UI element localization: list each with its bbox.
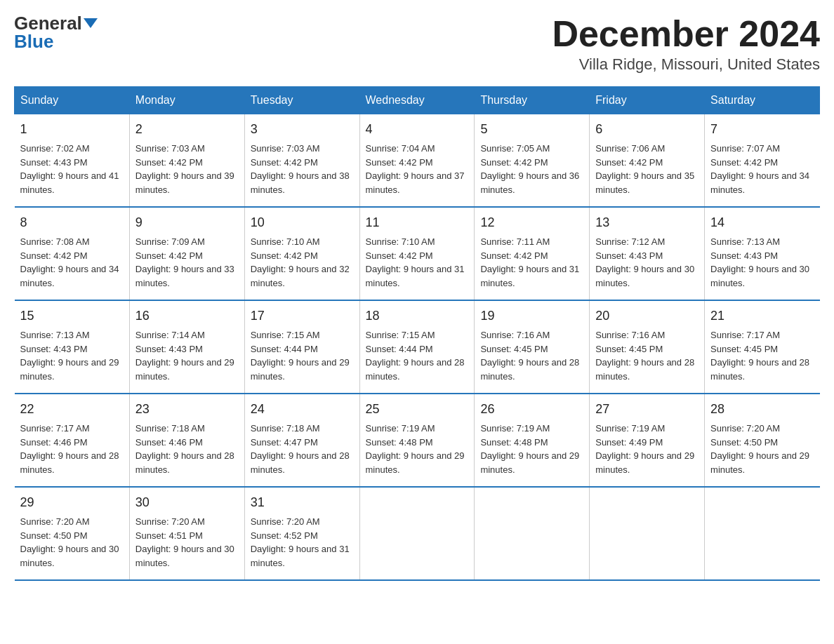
day-number: 7 <box>710 120 814 139</box>
day-number: 28 <box>710 400 814 419</box>
calendar-week-row: 29Sunrise: 7:20 AMSunset: 4:50 PMDayligh… <box>15 487 820 580</box>
day-number: 19 <box>480 307 583 326</box>
day-info: Sunrise: 7:16 AMSunset: 4:45 PMDaylight:… <box>480 330 579 382</box>
day-number: 14 <box>710 213 814 232</box>
day-info: Sunrise: 7:04 AMSunset: 4:42 PMDaylight:… <box>366 143 465 195</box>
day-info: Sunrise: 7:16 AMSunset: 4:45 PMDaylight:… <box>595 330 694 382</box>
day-number: 22 <box>20 400 124 419</box>
calendar-subtitle: Villa Ridge, Missouri, United States <box>552 55 820 74</box>
day-info: Sunrise: 7:10 AMSunset: 4:42 PMDaylight:… <box>251 236 350 288</box>
table-row: 14Sunrise: 7:13 AMSunset: 4:43 PMDayligh… <box>705 207 820 300</box>
table-row <box>590 487 705 580</box>
table-row: 12Sunrise: 7:11 AMSunset: 4:42 PMDayligh… <box>475 207 590 300</box>
table-row: 7Sunrise: 7:07 AMSunset: 4:42 PMDaylight… <box>705 114 820 208</box>
day-info: Sunrise: 7:18 AMSunset: 4:46 PMDaylight:… <box>135 423 234 475</box>
day-info: Sunrise: 7:17 AMSunset: 4:45 PMDaylight:… <box>710 330 809 382</box>
day-number: 31 <box>251 493 354 512</box>
day-number: 16 <box>135 307 239 326</box>
table-row: 26Sunrise: 7:19 AMSunset: 4:48 PMDayligh… <box>475 394 590 487</box>
day-number: 27 <box>595 400 699 419</box>
day-info: Sunrise: 7:20 AMSunset: 4:51 PMDaylight:… <box>135 516 234 568</box>
day-info: Sunrise: 7:06 AMSunset: 4:42 PMDaylight:… <box>595 143 694 195</box>
table-row: 29Sunrise: 7:20 AMSunset: 4:50 PMDayligh… <box>15 487 130 580</box>
table-row: 28Sunrise: 7:20 AMSunset: 4:50 PMDayligh… <box>705 394 820 487</box>
day-info: Sunrise: 7:03 AMSunset: 4:42 PMDaylight:… <box>251 143 350 195</box>
header-friday: Friday <box>590 87 705 114</box>
table-row: 10Sunrise: 7:10 AMSunset: 4:42 PMDayligh… <box>244 207 359 300</box>
header-tuesday: Tuesday <box>244 87 359 114</box>
day-info: Sunrise: 7:13 AMSunset: 4:43 PMDaylight:… <box>20 330 119 382</box>
table-row: 23Sunrise: 7:18 AMSunset: 4:46 PMDayligh… <box>129 394 244 487</box>
table-row: 3Sunrise: 7:03 AMSunset: 4:42 PMDaylight… <box>244 114 359 208</box>
header-wednesday: Wednesday <box>359 87 475 114</box>
day-number: 18 <box>366 307 469 326</box>
title-block: December 2024 Villa Ridge, Missouri, Uni… <box>552 14 820 74</box>
day-number: 12 <box>480 213 583 232</box>
logo-text-blue: Blue <box>14 32 53 51</box>
table-row: 24Sunrise: 7:18 AMSunset: 4:47 PMDayligh… <box>244 394 359 487</box>
header-sunday: Sunday <box>15 87 130 114</box>
day-info: Sunrise: 7:20 AMSunset: 4:52 PMDaylight:… <box>251 516 350 568</box>
table-row: 4Sunrise: 7:04 AMSunset: 4:42 PMDaylight… <box>359 114 475 208</box>
table-row: 15Sunrise: 7:13 AMSunset: 4:43 PMDayligh… <box>15 300 130 394</box>
table-row: 25Sunrise: 7:19 AMSunset: 4:48 PMDayligh… <box>359 394 475 487</box>
day-number: 8 <box>20 213 124 232</box>
table-row: 20Sunrise: 7:16 AMSunset: 4:45 PMDayligh… <box>590 300 705 394</box>
calendar-week-row: 22Sunrise: 7:17 AMSunset: 4:46 PMDayligh… <box>15 394 820 487</box>
day-number: 21 <box>710 307 814 326</box>
day-info: Sunrise: 7:11 AMSunset: 4:42 PMDaylight:… <box>480 236 579 288</box>
table-row: 30Sunrise: 7:20 AMSunset: 4:51 PMDayligh… <box>129 487 244 580</box>
day-number: 17 <box>251 307 354 326</box>
day-number: 23 <box>135 400 239 419</box>
day-number: 10 <box>251 213 354 232</box>
day-number: 2 <box>135 120 239 139</box>
table-row <box>475 487 590 580</box>
day-info: Sunrise: 7:17 AMSunset: 4:46 PMDaylight:… <box>20 423 119 475</box>
logo: General Blue <box>14 14 98 51</box>
day-info: Sunrise: 7:15 AMSunset: 4:44 PMDaylight:… <box>251 330 350 382</box>
table-row: 27Sunrise: 7:19 AMSunset: 4:49 PMDayligh… <box>590 394 705 487</box>
day-number: 13 <box>595 213 699 232</box>
day-number: 11 <box>366 213 469 232</box>
day-number: 15 <box>20 307 124 326</box>
day-number: 20 <box>595 307 699 326</box>
day-number: 24 <box>251 400 354 419</box>
day-info: Sunrise: 7:14 AMSunset: 4:43 PMDaylight:… <box>135 330 234 382</box>
day-info: Sunrise: 7:05 AMSunset: 4:42 PMDaylight:… <box>480 143 579 195</box>
table-row: 9Sunrise: 7:09 AMSunset: 4:42 PMDaylight… <box>129 207 244 300</box>
logo-arrow-icon <box>84 18 98 28</box>
table-row: 11Sunrise: 7:10 AMSunset: 4:42 PMDayligh… <box>359 207 475 300</box>
calendar-week-row: 15Sunrise: 7:13 AMSunset: 4:43 PMDayligh… <box>15 300 820 394</box>
day-number: 29 <box>20 493 124 512</box>
table-row: 8Sunrise: 7:08 AMSunset: 4:42 PMDaylight… <box>15 207 130 300</box>
header-saturday: Saturday <box>705 87 820 114</box>
day-number: 25 <box>366 400 469 419</box>
day-info: Sunrise: 7:20 AMSunset: 4:50 PMDaylight:… <box>710 423 809 475</box>
day-info: Sunrise: 7:13 AMSunset: 4:43 PMDaylight:… <box>710 236 809 288</box>
calendar-table: Sunday Monday Tuesday Wednesday Thursday… <box>14 86 820 581</box>
table-row: 16Sunrise: 7:14 AMSunset: 4:43 PMDayligh… <box>129 300 244 394</box>
calendar-week-row: 8Sunrise: 7:08 AMSunset: 4:42 PMDaylight… <box>15 207 820 300</box>
day-number: 30 <box>135 493 239 512</box>
day-number: 6 <box>595 120 699 139</box>
day-info: Sunrise: 7:03 AMSunset: 4:42 PMDaylight:… <box>135 143 234 195</box>
table-row: 13Sunrise: 7:12 AMSunset: 4:43 PMDayligh… <box>590 207 705 300</box>
table-row: 1Sunrise: 7:02 AMSunset: 4:43 PMDaylight… <box>15 114 130 208</box>
logo-text-general: General <box>14 14 82 32</box>
table-row: 21Sunrise: 7:17 AMSunset: 4:45 PMDayligh… <box>705 300 820 394</box>
day-info: Sunrise: 7:02 AMSunset: 4:43 PMDaylight:… <box>20 143 119 195</box>
day-info: Sunrise: 7:10 AMSunset: 4:42 PMDaylight:… <box>366 236 465 288</box>
calendar-title: December 2024 <box>552 14 820 54</box>
table-row: 18Sunrise: 7:15 AMSunset: 4:44 PMDayligh… <box>359 300 475 394</box>
header-thursday: Thursday <box>475 87 590 114</box>
table-row: 5Sunrise: 7:05 AMSunset: 4:42 PMDaylight… <box>475 114 590 208</box>
header-monday: Monday <box>129 87 244 114</box>
day-info: Sunrise: 7:18 AMSunset: 4:47 PMDaylight:… <box>251 423 350 475</box>
table-row: 6Sunrise: 7:06 AMSunset: 4:42 PMDaylight… <box>590 114 705 208</box>
table-row: 19Sunrise: 7:16 AMSunset: 4:45 PMDayligh… <box>475 300 590 394</box>
table-row <box>705 487 820 580</box>
day-info: Sunrise: 7:08 AMSunset: 4:42 PMDaylight:… <box>20 236 119 288</box>
day-number: 9 <box>135 213 239 232</box>
day-number: 4 <box>366 120 469 139</box>
day-info: Sunrise: 7:19 AMSunset: 4:49 PMDaylight:… <box>595 423 694 475</box>
